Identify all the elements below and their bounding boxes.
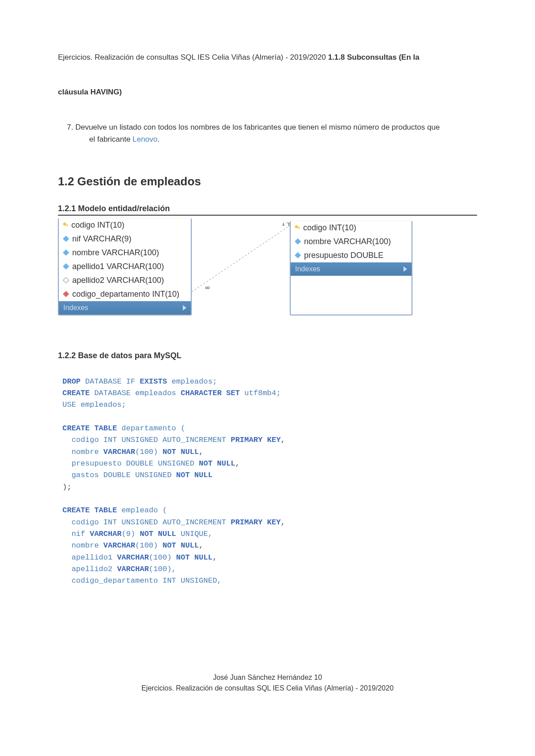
exercise-list: 7. Devuelve un listado con todos los nom… bbox=[58, 121, 477, 145]
diamond-icon bbox=[63, 236, 69, 242]
svg-text:∞: ∞ bbox=[205, 284, 210, 291]
attr-nombre-dep: nombre VARCHAR(100) bbox=[291, 235, 412, 249]
exercise-item-7: 7. Devuelve un listado con todos los nom… bbox=[67, 121, 477, 145]
diamond-icon bbox=[63, 263, 69, 270]
diamond-icon bbox=[295, 252, 301, 258]
page-header: Ejercicios. Realización de consultas SQL… bbox=[58, 51, 477, 63]
heading-1-2: 1.2 Gestión de empleados bbox=[58, 175, 477, 188]
expand-icon bbox=[403, 266, 407, 272]
diamond-icon bbox=[63, 249, 69, 256]
svg-rect-7 bbox=[67, 225, 68, 226]
diamond-icon bbox=[295, 238, 301, 245]
attr-nif: nif VARCHAR(9) bbox=[59, 232, 191, 246]
key-icon bbox=[62, 222, 69, 228]
svg-text:1: 1 bbox=[282, 223, 285, 227]
diamond-hollow-icon bbox=[63, 277, 69, 283]
list-text: Devuelve un listado con todos los nombre… bbox=[73, 123, 440, 131]
lenovo-link[interactable]: Lenovo bbox=[132, 135, 157, 143]
section-number: 1.1.8 bbox=[328, 53, 347, 61]
header-prefix: Ejercicios. Realización de consultas SQL… bbox=[58, 53, 328, 61]
footer-course: Ejercicios. Realización de consultas SQL… bbox=[0, 683, 535, 694]
list-period: . bbox=[157, 135, 160, 143]
sql-code-block: DROP DATABASE IF EXISTS empleados; CREAT… bbox=[58, 376, 477, 587]
heading-1-2-1: 1.2.1 Modelo entidad/relación bbox=[58, 204, 477, 216]
attr-codigo-dep: codigo INT(10) bbox=[291, 221, 412, 235]
entity-empleado: codigo INT(10) nif VARCHAR(9) nombre VAR… bbox=[58, 218, 192, 315]
page-footer: José Juan Sánchez Hernández 10 Ejercicio… bbox=[0, 672, 535, 694]
clause-having-heading: cláusula HAVING) bbox=[58, 88, 477, 97]
expand-icon bbox=[183, 305, 186, 311]
attr-nombre: nombre VARCHAR(100) bbox=[59, 246, 191, 260]
attr-presupuesto: presupuesto DOUBLE bbox=[291, 249, 412, 262]
er-diagram: ∞ 1 codigo INT(10) nif VARCHAR(9) nombre… bbox=[58, 218, 477, 315]
indexes-footer-right: Indexes bbox=[291, 262, 412, 276]
svg-rect-10 bbox=[299, 227, 300, 229]
er-connector-line: ∞ 1 bbox=[192, 223, 290, 294]
attr-codigo-departamento: codigo_departamento INT(10) bbox=[59, 287, 191, 301]
svg-line-0 bbox=[192, 226, 289, 292]
attr-apellido2: apellido2 VARCHAR(100) bbox=[59, 274, 191, 287]
attr-apellido1: apellido1 VARCHAR(100) bbox=[59, 260, 191, 274]
list-cont: el fabricante bbox=[89, 135, 132, 143]
heading-1-2-2: 1.2.2 Base de datos para MySQL bbox=[58, 351, 477, 360]
key-icon bbox=[294, 225, 300, 231]
entity-departamento: codigo INT(10) nombre VARCHAR(100) presu… bbox=[290, 221, 412, 315]
section-title-part1: Subconsultas (En la bbox=[347, 53, 419, 61]
indexes-footer-left: Indexes bbox=[59, 301, 191, 315]
attr-codigo: codigo INT(10) bbox=[59, 218, 191, 232]
footer-author: José Juan Sánchez Hernández 10 bbox=[0, 672, 535, 683]
fk-icon bbox=[63, 291, 69, 297]
list-number: 7. bbox=[67, 123, 73, 131]
